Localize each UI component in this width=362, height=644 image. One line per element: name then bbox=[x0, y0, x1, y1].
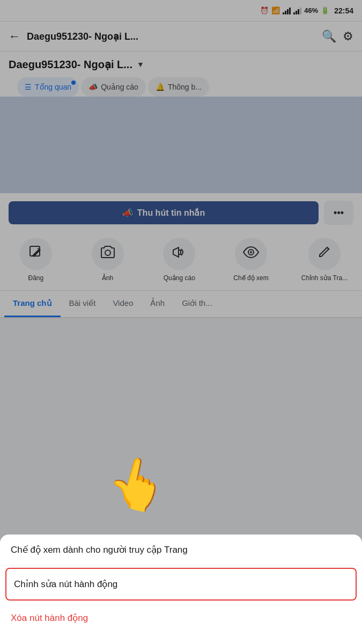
sheet-item-edit-action[interactable]: Chỉnh sửa nút hành động bbox=[5, 568, 357, 601]
sheet-item-view-mode[interactable]: Chế độ xem dành cho người truy cập Trang bbox=[0, 535, 362, 566]
sheet-item-delete-action[interactable]: Xóa nút hành động bbox=[0, 603, 362, 633]
bottom-sheet: Chế độ xem dành cho người truy cập Trang… bbox=[0, 535, 362, 644]
